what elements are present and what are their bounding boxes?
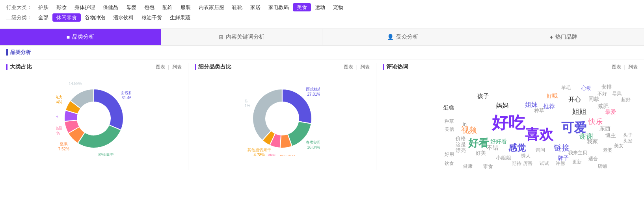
word-暴风[interactable]: 暴风 [612, 91, 622, 96]
right-title-text: 评论热词 [386, 63, 408, 70]
word-姐姐[interactable]: 姐姐 [572, 108, 586, 116]
word-快乐[interactable]: 快乐 [588, 118, 603, 126]
word-这是[interactable]: 这是 [456, 142, 466, 147]
word-最爱[interactable]: 最爱 [605, 109, 616, 115]
word-小姐姐[interactable]: 小姐姐 [496, 155, 511, 161]
word-好哦[interactable]: 好哦 [547, 93, 558, 99]
word-羊毛[interactable]: 羊毛 [561, 85, 571, 91]
word-漂亮[interactable]: 漂亮 [456, 148, 466, 153]
tab-内容关键词分析[interactable]: ⊞内容关键词分析 [161, 29, 322, 45]
word-推荐[interactable]: 推荐 [543, 103, 555, 110]
word-头发[interactable]: 头发 [623, 139, 633, 144]
word-同款[interactable]: 同款 [588, 96, 599, 102]
word-牌子[interactable]: 牌子 [558, 155, 569, 161]
word-好美[interactable]: 好美 [476, 150, 486, 156]
word-美信[interactable]: 美信 [445, 127, 454, 132]
word-我家[interactable]: 我家 [587, 139, 598, 144]
left-title-text: 大类占比 [10, 63, 32, 70]
subcategory-tag-全部[interactable]: 全部 [34, 13, 52, 22]
word-我来主贝[interactable]: 我来主贝 [568, 150, 587, 156]
svg-text:春类制品: 春类制品 [306, 140, 320, 144]
tab-热门品牌[interactable]: ♦热门品牌 [483, 29, 644, 45]
word-诱人[interactable]: 诱人 [521, 154, 530, 159]
mid-view-chart[interactable]: 图表 [344, 64, 353, 70]
word-喜欢[interactable]: 喜欢 [525, 127, 553, 143]
industry-tag-美食[interactable]: 美食 [293, 3, 311, 11]
industry-tag-身体护理[interactable]: 身体护理 [71, 3, 99, 11]
industry-tag-运动[interactable]: 运动 [311, 3, 329, 11]
industry-tag-保健品[interactable]: 保健品 [99, 3, 122, 11]
word-更新[interactable]: 更新 [572, 159, 582, 165]
word-价格[interactable]: 价格 [456, 136, 466, 141]
svg-text:27.81%: 27.81% [307, 92, 320, 96]
right-view-chart[interactable]: 图表 [612, 64, 621, 70]
word-安排[interactable]: 安排 [601, 84, 612, 90]
industry-tag-彩妆[interactable]: 彩妆 [52, 3, 71, 11]
mid-donut-chart: 西式糕点27.81%春类制品16.84%膨化食品6.54%糖果5.82%其他蜜饯… [245, 81, 320, 156]
industry-tag-服装[interactable]: 服装 [177, 3, 195, 11]
right-view-list[interactable]: 列表 [628, 64, 638, 70]
industry-tag-包包[interactable]: 包包 [140, 3, 158, 11]
industry-tag-家电数码[interactable]: 家电数码 [264, 3, 293, 11]
word-博主[interactable]: 博主 [605, 133, 616, 139]
word-老婆[interactable]: 老婆 [603, 148, 612, 153]
left-chart-container: 面包糕点31.46%蜜饯果干27.73%坚果7.52%膨化食品6.81%糖果6.… [6, 75, 182, 162]
panel-middle-header: 细分品类占比 图表 | 列表 [195, 63, 370, 70]
word-超好[interactable]: 超好 [621, 97, 631, 102]
left-panel-actions: 图表 | 列表 [156, 64, 182, 70]
word-链接[interactable]: 链接 [554, 143, 570, 152]
word-许愿[interactable]: 许愿 [556, 161, 565, 166]
subcategory-tag-酒水饮料[interactable]: 酒水饮料 [109, 13, 138, 22]
word-不错[interactable]: 不错 [487, 144, 499, 151]
word-蛋糕[interactable]: 蛋糕 [443, 105, 454, 111]
word-姐妹[interactable]: 姐妹 [525, 101, 538, 108]
svg-text:38.21%: 38.21% [245, 104, 250, 108]
left-view-chart[interactable]: 图表 [156, 64, 165, 70]
word-试试[interactable]: 试试 [540, 161, 549, 166]
word-店铺[interactable]: 店铺 [597, 164, 607, 169]
industry-tag-护肤[interactable]: 护肤 [34, 3, 52, 11]
industry-tag-宠物[interactable]: 宠物 [329, 3, 347, 11]
word-健康[interactable]: 健康 [463, 164, 473, 169]
industry-tag-家居[interactable]: 家居 [246, 3, 264, 11]
svg-text:面包糕点: 面包糕点 [121, 91, 131, 95]
subcategory-tag-休闲零食[interactable]: 休闲零食 [52, 13, 81, 22]
word-美女[interactable]: 美女 [614, 143, 624, 148]
word-开心[interactable]: 开心 [568, 96, 581, 103]
industry-tag-内衣家居服[interactable]: 内衣家居服 [195, 3, 228, 11]
word-饮食[interactable]: 饮食 [445, 161, 454, 166]
mid-view-list[interactable]: 列表 [360, 64, 370, 70]
word-感觉[interactable]: 感觉 [508, 143, 526, 153]
word-好看[interactable]: 好看 [468, 137, 489, 149]
word-in[interactable]: in [463, 122, 467, 127]
word-孩子[interactable]: 孩子 [477, 93, 489, 100]
section-title-bar: 品类分析 [0, 46, 644, 59]
word-妈妈[interactable]: 妈妈 [496, 102, 508, 109]
word-种草[interactable]: 种草 [534, 108, 544, 113]
tab-品类分析[interactable]: ■品类分析 [0, 29, 161, 45]
word-不好[interactable]: 不好 [597, 91, 607, 96]
word-头子[interactable]: 头子 [623, 133, 633, 138]
word-期待[interactable]: 期待 [512, 161, 521, 166]
word-好吃[interactable]: 好吃 [492, 114, 525, 132]
subcategory-tag-谷物冲泡[interactable]: 谷物冲泡 [81, 13, 109, 22]
industry-tag-鞋靴[interactable]: 鞋靴 [228, 3, 246, 11]
word-东西[interactable]: 东西 [599, 126, 610, 132]
word-询问[interactable]: 询问 [536, 148, 545, 153]
word-心动[interactable]: 心动 [581, 85, 592, 91]
word-好用[interactable]: 好用 [445, 152, 454, 157]
subcategory-tag-生鲜果蔬[interactable]: 生鲜果蔬 [166, 13, 194, 22]
panel-right-header: 评论热词 图表 | 列表 [383, 63, 638, 70]
panel-right-title: 评论热词 [383, 63, 408, 70]
word-好好看[interactable]: 好好看 [490, 139, 507, 144]
word-种草[interactable]: 种草 [445, 119, 454, 124]
industry-tag-母婴[interactable]: 母婴 [122, 3, 140, 11]
industry-tag-配饰[interactable]: 配饰 [158, 3, 177, 11]
word-零食[interactable]: 零食 [483, 164, 493, 169]
word-适合[interactable]: 适合 [588, 156, 598, 161]
tab-受众分析[interactable]: 👤受众分析 [322, 29, 484, 45]
left-view-list[interactable]: 列表 [172, 64, 182, 70]
svg-text:蜜饯果干: 蜜饯果干 [98, 153, 114, 156]
word-厉害[interactable]: 厉害 [523, 161, 532, 166]
subcategory-tag-粮油干货[interactable]: 粮油干货 [138, 13, 166, 22]
